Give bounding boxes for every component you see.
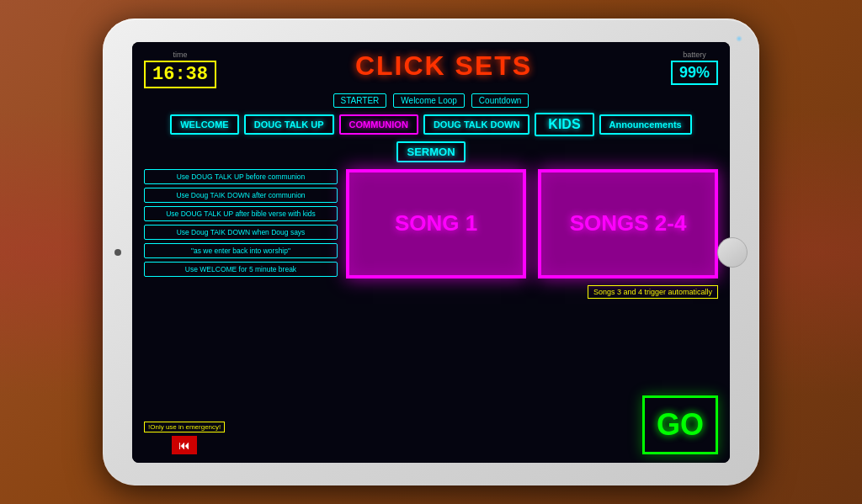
ipad-screen: time 16:38 CLICK SETS battery 99% STARTE… <box>132 42 730 463</box>
ipad-reflection <box>736 35 742 42</box>
instruction-3: Use DOUG TALK UP after bible verse with … <box>144 206 338 221</box>
go-button[interactable]: GO <box>642 395 718 454</box>
screen-content: time 16:38 CLICK SETS battery 99% STARTE… <box>132 42 730 463</box>
preset-row: STARTER Welcome Loop Countdown <box>144 93 718 108</box>
instruction-6: Use WELCOME for 5 minute break <box>144 262 338 277</box>
song-note: Songs 3 and 4 trigger automatically <box>588 285 718 299</box>
time-display: 16:38 <box>144 61 216 88</box>
communion-button[interactable]: COMMUNION <box>339 114 418 135</box>
song1-button[interactable]: SONG 1 <box>346 169 526 279</box>
instruction-5: "as we enter back into worship" <box>144 243 338 258</box>
top-bar: time 16:38 CLICK SETS battery 99% <box>144 50 718 88</box>
welcome-loop-button[interactable]: Welcome Loop <box>393 93 465 108</box>
camera-dot <box>114 249 121 256</box>
starter-button[interactable]: STARTER <box>333 93 387 108</box>
kids-button[interactable]: KIDS <box>535 113 593 136</box>
emergency-label: !Only use in emergency! <box>144 422 225 432</box>
songs24-button[interactable]: SONGS 2-4 <box>538 169 718 279</box>
battery-label: battery <box>683 50 706 59</box>
welcome-nav-button[interactable]: WELCOME <box>170 114 238 135</box>
emergency-button[interactable]: ⏮ <box>172 436 197 454</box>
go-label: GO <box>657 407 704 443</box>
sermon-button[interactable]: SERMON <box>396 141 465 162</box>
emergency-icon: ⏮ <box>178 438 190 452</box>
doug-talk-down-button[interactable]: DOUG TALK DOWN <box>423 114 529 135</box>
time-section: time 16:38 <box>144 50 216 88</box>
doug-talk-up-button[interactable]: DOUG TALK UP <box>244 114 334 135</box>
instructions-panel: Use DOUG TALK UP before communion Use Do… <box>144 169 338 371</box>
instruction-2: Use Doug TAIK DOWN after communion <box>144 188 338 203</box>
battery-display: 99% <box>671 61 718 85</box>
instruction-1: Use DOUG TALK UP before communion <box>144 169 338 184</box>
emergency-section: !Only use in emergency! ⏮ <box>144 422 225 454</box>
bottom-bar: !Only use in emergency! ⏮ GO <box>144 395 718 454</box>
main-content: Use DOUG TALK UP before communion Use Do… <box>144 169 718 371</box>
nav-row: WELCOME DOUG TALK UP COMMUNION DOUG TALK… <box>144 113 718 162</box>
main-title: CLICK SETS <box>216 50 671 82</box>
countdown-button[interactable]: Countdown <box>471 93 529 108</box>
title-section: CLICK SETS <box>216 50 671 82</box>
songs-area: SONG 1 SONGS 2-4 Songs 3 and 4 trigger a… <box>346 169 718 371</box>
home-button[interactable] <box>717 237 748 268</box>
songs24-label: SONGS 2-4 <box>570 210 687 236</box>
instruction-4: Use Doug TAIK DOWN when Doug says <box>144 225 338 240</box>
song1-label: SONG 1 <box>395 210 477 236</box>
battery-section: battery 99% <box>671 50 718 85</box>
ipad-device: time 16:38 CLICK SETS battery 99% STARTE… <box>103 19 759 485</box>
song-buttons-row: SONG 1 SONGS 2-4 <box>346 169 718 279</box>
time-label: time <box>173 50 188 59</box>
announcements-button[interactable]: Announcements <box>599 114 692 135</box>
